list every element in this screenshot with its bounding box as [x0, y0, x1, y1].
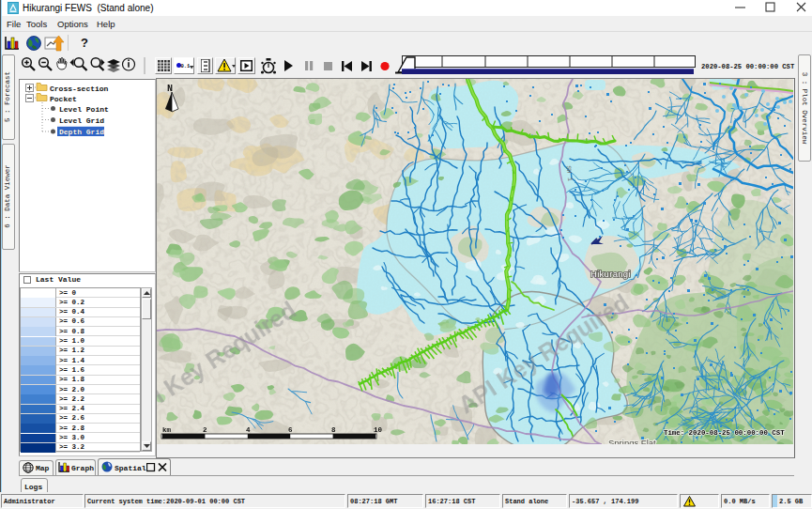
svg-text:8: 8 [331, 426, 336, 434]
svg-text:10: 10 [374, 426, 383, 434]
svg-text:Depth Grid: Depth Grid [59, 128, 104, 136]
svg-text:2: 2 [203, 426, 207, 434]
svg-text:km: km [162, 426, 172, 434]
svg-text:Time: 2020-08-25 00:00:00 CST: Time: 2020-08-25 00:00:00 CST [664, 429, 785, 437]
svg-text:Cross-section: Cross-section [50, 85, 109, 93]
svg-text:4: 4 [246, 426, 251, 434]
svg-text:Level Grid: Level Grid [59, 116, 104, 125]
svg-text:6: 6 [288, 426, 293, 434]
svg-text:Hikurangi: Hikurangi [590, 269, 631, 279]
svg-text:Pocket: Pocket [50, 95, 77, 103]
svg-text:Level Point: Level Point [59, 105, 109, 114]
svg-text:Springs Flat: Springs Flat [608, 438, 656, 444]
